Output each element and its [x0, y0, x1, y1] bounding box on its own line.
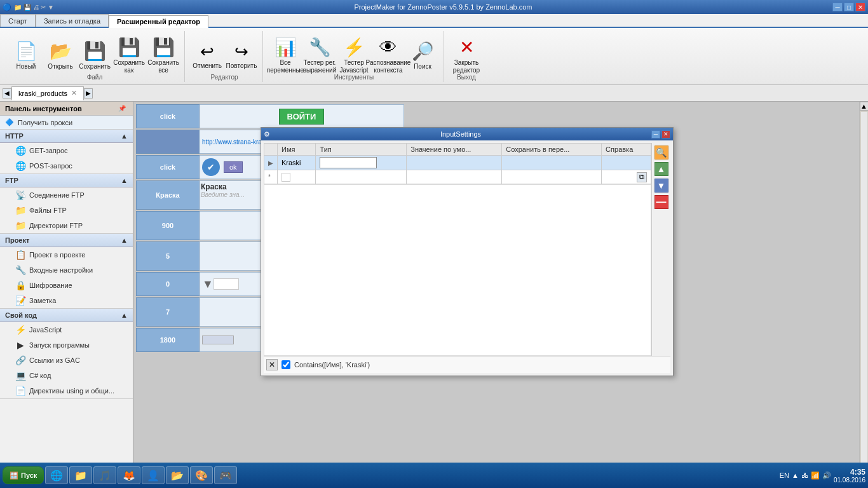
dialog-search-button[interactable]: 🔍: [654, 146, 668, 159]
dialog-filter-close-button[interactable]: ✕: [266, 359, 278, 370]
copy-row-btn[interactable]: [281, 173, 290, 182]
sidebar-item-note[interactable]: 📝 Заметка: [0, 293, 133, 308]
dialog-minimize-button[interactable]: ─: [651, 130, 660, 139]
sidebar-item-input-settings[interactable]: 🔧 Входные настройки: [0, 262, 133, 278]
sidebar-item-encrypt[interactable]: 🔒 Шифрование: [0, 278, 133, 293]
taskbar-paint-button[interactable]: 🎨: [190, 466, 213, 484]
sidebar-item-launch-prog[interactable]: ▶ Запуск программы: [0, 337, 133, 353]
sidebar-http-header[interactable]: HTTP ▲: [0, 130, 133, 143]
sidebar-section-project: Проект ▲ 📋 Проект в проекте 🔧 Входные на…: [0, 234, 133, 309]
open-button[interactable]: 📂 Открыть: [44, 37, 76, 76]
taskbar-user-button[interactable]: 👤: [142, 466, 165, 484]
menu-tab-record[interactable]: Запись и отладка: [36, 14, 109, 27]
taskbar-firefox-button[interactable]: 🦊: [118, 466, 140, 484]
sidebar-item-proj-in-proj[interactable]: 📋 Проект в проекте: [0, 247, 133, 262]
scroll-up-btn[interactable]: ▲: [860, 102, 869, 111]
save-button[interactable]: 💾 Сохранить: [79, 37, 111, 76]
sidebar-item-post[interactable]: 🌐 POST-запрос: [0, 158, 133, 173]
row-name-1[interactable]: Kraski: [278, 156, 316, 170]
http-collapse-icon: ▲: [121, 132, 128, 140]
close-button[interactable]: ✕: [855, 3, 865, 11]
sidebar-ftp-header[interactable]: FTP ▲: [0, 174, 133, 187]
kraska-title: Краска: [201, 182, 227, 191]
row-marker-1: ▶: [264, 156, 278, 170]
gac-links-icon: 🔗: [15, 355, 25, 365]
taskbar-explorer-button[interactable]: 📁: [69, 466, 92, 484]
recog-button[interactable]: 👁 Распознавание контекста: [372, 37, 404, 76]
window-controls-left: 📁 💾 🖨 ✂ ▼: [14, 4, 54, 11]
row-type-new[interactable]: [316, 170, 407, 184]
app-icon: 🔵: [3, 3, 11, 11]
row-help-new[interactable]: ⧉: [602, 170, 651, 184]
sidebar-pin-icon[interactable]: 📌: [116, 104, 128, 112]
taskbar-media-button[interactable]: 🎵: [93, 466, 116, 484]
maximize-button[interactable]: □: [844, 3, 854, 11]
dialog-title-bar: ⚙ InputSettings ─ ✕: [261, 128, 673, 140]
sidebar-section-mycode: Свой код ▲ ⚡ JavaScript ▶ Запуск програм…: [0, 309, 133, 399]
all-vars-icon: 📊: [275, 39, 297, 57]
test-js-button[interactable]: ⚡ Тестер Javascript: [338, 37, 370, 76]
dialog-down-button[interactable]: ▼: [654, 179, 668, 193]
taskbar-game-button[interactable]: 🎮: [214, 466, 237, 484]
search-toolbar-button[interactable]: 🔎 Поиск: [407, 37, 438, 76]
dialog-close-button[interactable]: ✕: [661, 130, 670, 139]
test-regex-button[interactable]: 🔧 Тестер рег. выражений: [304, 37, 336, 76]
col-default: Значение по умо...: [407, 144, 502, 156]
dialog-delete-button[interactable]: —: [654, 195, 668, 209]
dialog-up-button[interactable]: ▲: [654, 162, 668, 176]
doc-tab-close-icon[interactable]: ✕: [71, 89, 77, 97]
sidebar-item-ftp-conn[interactable]: 📡 Соединение FTP: [0, 187, 133, 203]
sidebar-item-proxy[interactable]: 🔷 Получить прокси: [0, 116, 133, 130]
vertical-scrollbar[interactable]: ▲ ▼: [859, 102, 868, 479]
taskbar: 🪟 Пуск 🌐 📁 🎵 🦊 👤 📂 🎨 🎮 EN ▲ 🖧 📶 🔊 4:35 0…: [0, 463, 868, 488]
save-all-button[interactable]: 💾 Сохранить все: [147, 37, 179, 76]
row-default-new[interactable]: [407, 170, 502, 184]
sidebar-item-js[interactable]: ⚡ JavaScript: [0, 322, 133, 337]
redo-button[interactable]: ↪ Повторить: [226, 37, 257, 76]
sidebar-item-csharp[interactable]: 💻 C# код: [0, 368, 133, 383]
tab-scroll-left[interactable]: ◀: [3, 88, 11, 98]
tools-group-label: Инструменты: [264, 74, 444, 81]
tray-up-icon[interactable]: ▲: [792, 471, 799, 479]
sidebar-item-gac-links[interactable]: 🔗 Ссылки из GAC: [0, 353, 133, 368]
row-save-1[interactable]: [502, 156, 602, 170]
new-button[interactable]: 📄 Новый: [10, 37, 42, 76]
doc-tab-kraski[interactable]: kraski_products ✕: [11, 86, 84, 100]
check-icon: ✔: [202, 158, 220, 176]
sidebar-item-ftp-dirs[interactable]: 📁 Директории FTP: [0, 218, 133, 233]
sidebar-item-get[interactable]: 🌐 GET-запрос: [0, 143, 133, 158]
tab-scroll-right[interactable]: ▶: [84, 88, 93, 98]
close-editor-button[interactable]: ✕ Закрыть редактор: [451, 37, 482, 76]
row-name-new[interactable]: [278, 170, 316, 184]
copy-row-icon[interactable]: ⧉: [637, 172, 647, 182]
taskbar-folder-button[interactable]: 📂: [166, 466, 189, 484]
directives-label: Директивы using и общи...: [29, 387, 114, 395]
start-label: Пуск: [21, 471, 37, 479]
search-toolbar-label: Поиск: [414, 63, 431, 71]
undo-button[interactable]: ↩ Отменить: [191, 37, 223, 76]
start-button[interactable]: 🪟 Пуск: [3, 466, 44, 484]
sidebar-item-ftp-files[interactable]: 📁 Файлы FTP: [0, 203, 133, 218]
menu-tab-start[interactable]: Старт: [0, 14, 36, 27]
table-row[interactable]: ▶ Kraski: [264, 156, 651, 170]
row-type-1[interactable]: [316, 156, 407, 170]
row-help-1[interactable]: [602, 156, 651, 170]
title-bar-buttons: ─ □ ✕: [832, 3, 865, 11]
sidebar-project-header[interactable]: Проект ▲: [0, 234, 133, 247]
table-row[interactable]: * ⧉: [264, 170, 651, 184]
row-save-new[interactable]: [502, 170, 602, 184]
taskbar-ie-button[interactable]: 🌐: [45, 466, 68, 484]
sidebar-mycode-header[interactable]: Свой код ▲: [0, 309, 133, 322]
all-vars-button[interactable]: 📊 Все переменные: [269, 37, 301, 76]
minimize-button[interactable]: ─: [832, 3, 843, 11]
menu-tab-advanced[interactable]: Расширенный редактор: [109, 15, 208, 28]
save-as-button[interactable]: 💾 Сохранить как: [113, 37, 145, 76]
sidebar-title: Панель инструментов: [5, 105, 82, 112]
canvas-area[interactable]: click ВОЙТИ http://www.strana-krasok.ru/…: [133, 102, 868, 479]
csharp-label: C# код: [29, 372, 51, 379]
row-type-input-1[interactable]: [320, 157, 377, 168]
launch-prog-label: Запуск программы: [29, 341, 90, 349]
filter-checkbox[interactable]: [281, 360, 290, 369]
sidebar-item-directives[interactable]: 📄 Директивы using и общи...: [0, 383, 133, 398]
row-default-1[interactable]: [407, 156, 502, 170]
